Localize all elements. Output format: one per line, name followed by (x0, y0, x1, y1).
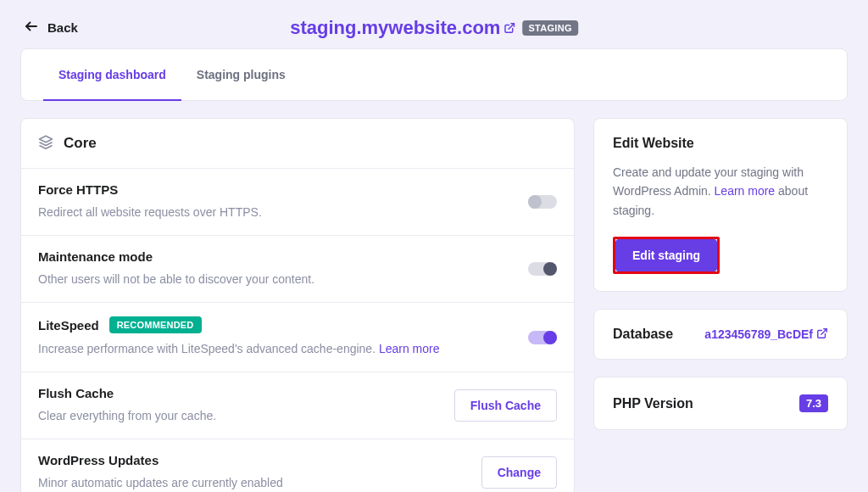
back-button[interactable]: Back (24, 19, 78, 36)
edit-staging-button[interactable]: Edit staging (615, 239, 717, 271)
edit-staging-highlight: Edit staging (613, 237, 720, 274)
database-value: a123456789_BcDEf (704, 327, 813, 341)
env-badge: STAGING (522, 20, 577, 36)
database-card: Database a123456789_BcDEf (593, 309, 848, 360)
setting-maintenance: Maintenance mode Other users will not be… (21, 236, 574, 303)
force-https-title: Force HTTPS (38, 182, 513, 197)
setting-force-https: Force HTTPS Redirect all website request… (21, 169, 574, 236)
setting-flush-cache: Flush Cache Clear everything from your c… (21, 372, 574, 439)
svg-line-1 (509, 23, 514, 28)
external-link-icon (504, 17, 515, 39)
external-link-icon (816, 327, 828, 342)
flush-cache-button[interactable]: Flush Cache (454, 389, 557, 422)
flush-cache-title: Flush Cache (38, 386, 439, 400)
site-url-link[interactable]: staging.mywebsite.com (290, 17, 515, 39)
tab-staging-plugins[interactable]: Staging plugins (181, 49, 301, 100)
edit-website-card: Edit Website Create and update your stag… (593, 118, 848, 292)
site-url: staging.mywebsite.com (290, 17, 500, 39)
setting-litespeed: LiteSpeed RECOMMENDED Increase performan… (21, 303, 574, 372)
back-label: Back (47, 20, 78, 35)
database-link[interactable]: a123456789_BcDEf (704, 327, 828, 342)
core-header: Core (21, 119, 574, 169)
litespeed-toggle[interactable] (528, 331, 557, 344)
php-version-card: PHP Version 7.3 (593, 377, 848, 430)
force-https-toggle[interactable] (528, 195, 557, 209)
core-card: Core Force HTTPS Redirect all website re… (20, 118, 575, 492)
edit-learn-more-link[interactable]: Learn more (715, 184, 776, 198)
maintenance-title: Maintenance mode (38, 249, 513, 264)
php-version-badge: 7.3 (799, 394, 828, 412)
litespeed-title: LiteSpeed (38, 318, 99, 333)
setting-wp-updates: WordPress Updates Minor automatic update… (21, 439, 574, 492)
layers-icon (38, 134, 53, 153)
core-title: Core (64, 135, 97, 152)
tab-staging-dashboard[interactable]: Staging dashboard (43, 49, 181, 100)
edit-website-header: Edit Website (613, 136, 828, 151)
arrow-left-icon (24, 19, 39, 36)
svg-line-2 (821, 328, 826, 333)
maintenance-toggle[interactable] (528, 262, 557, 276)
wp-updates-change-button[interactable]: Change (481, 456, 557, 489)
flush-cache-desc: Clear everything from your cache. (38, 407, 439, 425)
maintenance-desc: Other users will not be able to discover… (38, 271, 513, 288)
litespeed-desc: Increase performance with LiteSpeed's ad… (38, 342, 379, 355)
litespeed-learn-more-link[interactable]: Learn more (379, 342, 440, 355)
database-header: Database (613, 327, 673, 342)
tabs: Staging dashboard Staging plugins (20, 48, 848, 101)
force-https-desc: Redirect all website requests over HTTPS… (38, 204, 513, 221)
recommended-badge: RECOMMENDED (109, 316, 202, 333)
php-version-header: PHP Version (613, 396, 693, 411)
wp-updates-title: WordPress Updates (38, 453, 466, 467)
wp-updates-desc: Minor automatic updates are currently en… (38, 474, 466, 492)
